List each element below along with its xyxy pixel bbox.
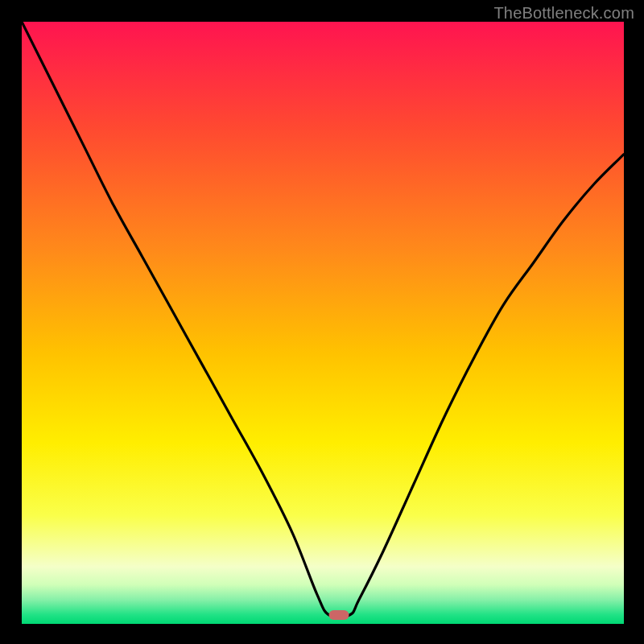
svg-rect-0: [22, 22, 624, 624]
plot-area: [22, 22, 624, 624]
optimal-marker: [329, 610, 349, 620]
chart-frame: TheBottleneck.com: [0, 0, 644, 644]
background-gradient: [22, 22, 624, 624]
watermark-text: TheBottleneck.com: [493, 4, 634, 23]
